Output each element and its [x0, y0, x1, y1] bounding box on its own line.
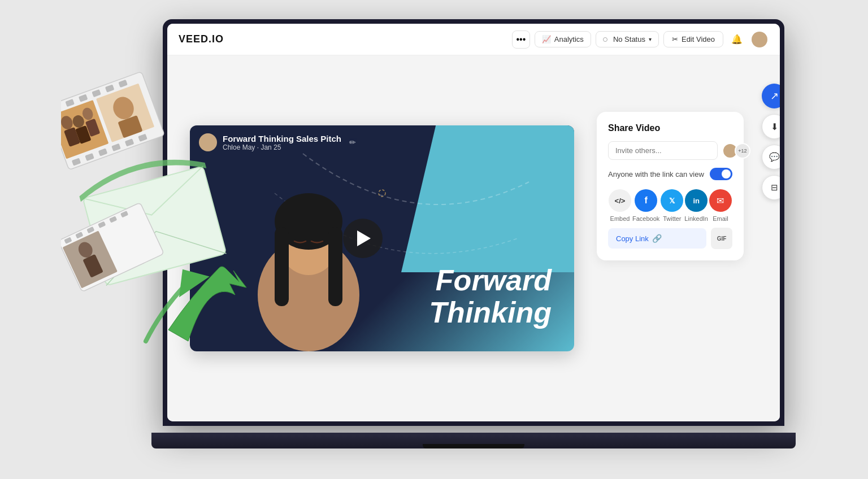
svg-rect-25: [75, 125, 91, 144]
comment-icon: 💬: [769, 152, 780, 162]
laptop-base: [151, 433, 796, 448]
laptop-screen: VEED.IO ••• 📈 Analytics No Status ▾: [163, 19, 784, 426]
share-panel-wrapper: Share Video +12 Anyone with the: [597, 78, 755, 421]
svg-rect-19: [138, 134, 147, 142]
more-button[interactable]: •••: [512, 31, 530, 49]
video-background: Forward Thinking Sales Pitch Chloe May ·…: [190, 125, 574, 351]
svg-rect-20: [61, 100, 108, 159]
notifications-button[interactable]: 🔔: [728, 31, 746, 49]
email-share-item[interactable]: ✉ Email: [709, 189, 732, 222]
facebook-icon: f: [635, 189, 657, 212]
linkedin-share-item[interactable]: in LinkedIn: [684, 189, 708, 222]
download-fab-button[interactable]: ⬇: [762, 114, 780, 139]
link-icon: 🔗: [652, 234, 662, 243]
video-overlay-line1: Forward: [429, 264, 552, 297]
copy-link-row: Copy Link 🔗 GIF: [608, 228, 732, 249]
share-panel: Share Video +12 Anyone with the: [597, 112, 744, 260]
twitter-share-item[interactable]: 𝕏 Twitter: [661, 189, 683, 222]
svg-rect-37: [63, 230, 118, 288]
woman-figure-svg: [235, 182, 382, 351]
svg-rect-32: [75, 232, 83, 238]
svg-rect-12: [105, 84, 115, 92]
edit-video-button[interactable]: ✂ Edit Video: [663, 31, 723, 47]
svg-rect-16: [98, 148, 108, 156]
svg-rect-14: [72, 158, 81, 166]
public-link-toggle[interactable]: [710, 168, 732, 180]
svg-rect-33: [86, 227, 94, 233]
share-fab-button[interactable]: ↗: [762, 84, 780, 108]
svg-rect-4: [275, 227, 289, 306]
header-actions: ••• 📈 Analytics No Status ▾ ✂ Edit Video: [512, 31, 769, 49]
svg-rect-27: [96, 84, 154, 142]
svg-rect-10: [79, 94, 88, 102]
edit-title-pencil-icon[interactable]: ✏: [349, 138, 356, 147]
facebook-share-item[interactable]: f Facebook: [632, 189, 659, 222]
comment-fab-button[interactable]: 💬: [762, 145, 780, 169]
video-author-avatar: [199, 133, 217, 151]
gif-button[interactable]: GIF: [711, 228, 732, 249]
svg-rect-7: [61, 72, 164, 170]
video-header-bar: Forward Thinking Sales Pitch Chloe May ·…: [190, 125, 574, 159]
share-arrow-icon: ↗: [770, 90, 779, 102]
copy-link-label: Copy Link: [616, 234, 649, 243]
embed-share-item[interactable]: </> Embed: [609, 189, 631, 222]
svg-rect-15: [85, 153, 94, 161]
analytics-label: Analytics: [554, 35, 584, 43]
svg-rect-13: [118, 80, 128, 88]
main-content: Forward Thinking Sales Pitch Chloe May ·…: [167, 55, 780, 421]
svg-rect-39: [83, 254, 103, 278]
svg-point-38: [76, 240, 95, 260]
svg-rect-17: [111, 143, 121, 151]
scissors-icon: ✂: [672, 35, 678, 43]
bell-icon: 🔔: [731, 34, 743, 45]
embed-label: Embed: [610, 215, 630, 222]
invite-extra-count: +12: [738, 148, 747, 154]
invite-avatars: +12: [722, 143, 750, 159]
svg-rect-31: [64, 237, 72, 244]
user-avatar-button[interactable]: [750, 31, 769, 49]
gif-label: GIF: [717, 236, 727, 242]
download-icon: ⬇: [771, 121, 778, 132]
share-icons-row: </> Embed f Facebook 𝕏 Twitter: [608, 189, 732, 222]
chart-icon: 📈: [542, 35, 551, 43]
anyone-link-label: Anyone with the link can view: [608, 170, 704, 178]
play-triangle-icon: [357, 230, 371, 246]
edit-video-label: Edit Video: [682, 35, 715, 43]
video-title: Forward Thinking Sales Pitch: [223, 134, 341, 143]
video-play-button[interactable]: [343, 219, 383, 258]
chevron-down-icon: ▾: [649, 36, 652, 42]
svg-point-23: [81, 106, 94, 121]
svg-rect-11: [92, 89, 101, 97]
svg-point-28: [110, 94, 137, 122]
status-label: No Status: [613, 35, 645, 43]
svg-rect-18: [125, 138, 134, 146]
video-author: Chloe May: [223, 143, 255, 151]
avatar: [752, 32, 767, 47]
svg-rect-24: [64, 127, 80, 147]
status-button[interactable]: No Status ▾: [596, 31, 659, 47]
svg-rect-5: [328, 227, 342, 306]
svg-point-22: [71, 114, 86, 129]
svg-rect-35: [109, 216, 117, 223]
svg-rect-26: [85, 119, 100, 137]
copy-link-button[interactable]: Copy Link 🔗: [608, 228, 706, 249]
twitter-label: Twitter: [663, 215, 681, 222]
anyone-link-row: Anyone with the link can view: [608, 168, 732, 180]
twitter-icon: 𝕏: [661, 189, 683, 212]
video-card: Forward Thinking Sales Pitch Chloe May ·…: [190, 125, 574, 351]
svg-rect-29: [118, 115, 142, 138]
email-icon: ✉: [709, 189, 732, 212]
header: VEED.IO ••• 📈 Analytics No Status ▾: [167, 24, 780, 55]
linkedin-icon: in: [685, 189, 708, 212]
video-area: Forward Thinking Sales Pitch Chloe May ·…: [167, 55, 597, 421]
linkedin-label: LinkedIn: [684, 215, 708, 222]
svg-rect-34: [98, 221, 106, 228]
video-overlay-line2: Thinking: [429, 297, 552, 329]
invite-input[interactable]: [608, 141, 718, 160]
analytics-button[interactable]: 📈 Analytics: [535, 31, 591, 47]
video-meta: Chloe May · Jan 25: [223, 143, 341, 151]
right-fab-group: ↗ ⬇ 💬 ⊟: [762, 78, 780, 200]
video-text-overlay: Forward Thinking: [429, 264, 552, 329]
caption-fab-button[interactable]: ⊟: [762, 175, 780, 200]
invite-avatar-extra: +12: [735, 143, 750, 159]
